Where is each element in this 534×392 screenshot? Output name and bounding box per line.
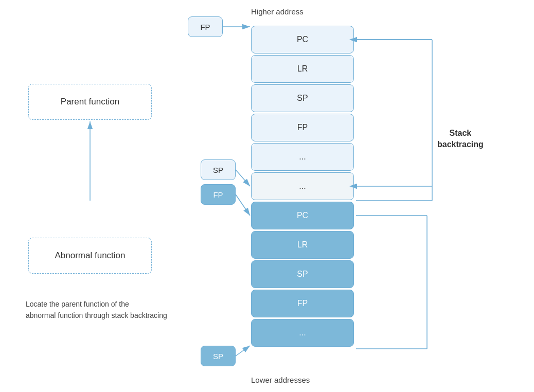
fp-mid-label: FP xyxy=(213,190,223,199)
stack-backtracing-label: Stackbacktracing xyxy=(437,128,484,151)
description-label: Locate the parent function of theabnorma… xyxy=(26,298,167,322)
stack-cell-lr-bottom: LR xyxy=(251,231,354,259)
parent-function-box: Parent function xyxy=(28,84,152,120)
stack-cell-dots-1: ... xyxy=(251,143,354,171)
stack-column: PC LR SP FP ... ... PC LR SP FP ... xyxy=(251,26,354,348)
stack-cell-pc-top: PC xyxy=(251,26,354,54)
stack-cell-fp-top: FP xyxy=(251,114,354,141)
sp-mid-label: SP xyxy=(213,166,223,174)
stack-cell-sp-top: SP xyxy=(251,84,354,112)
svg-line-5 xyxy=(236,346,250,356)
stack-cell-fp-bottom: FP xyxy=(251,290,354,317)
sp-bottom-pointer: SP xyxy=(201,346,236,366)
sp-mid-pointer: SP xyxy=(201,159,236,180)
abnormal-function-label: Abnormal function xyxy=(55,251,125,261)
higher-address-label: Higher address xyxy=(251,7,304,16)
stack-cell-sp-bottom: SP xyxy=(251,260,354,288)
fp-mid-pointer: FP xyxy=(201,184,236,205)
parent-function-label: Parent function xyxy=(61,97,119,107)
fp-top-label: FP xyxy=(200,23,210,31)
diagram-container: PC LR SP FP ... ... PC LR SP FP ... FP S… xyxy=(0,0,534,392)
fp-top-pointer: FP xyxy=(188,16,223,37)
stack-cell-lr-top: LR xyxy=(251,55,354,83)
stack-cell-dots-3: ... xyxy=(251,319,354,347)
svg-line-3 xyxy=(236,170,250,186)
lower-addresses-label: Lower addresses xyxy=(251,376,310,384)
svg-line-4 xyxy=(236,194,250,216)
stack-cell-dots-2: ... xyxy=(251,172,354,200)
sp-bottom-label: SP xyxy=(213,352,223,361)
stack-cell-pc-bottom: PC xyxy=(251,202,354,229)
abnormal-function-box: Abnormal function xyxy=(28,238,152,274)
description-text: Locate the parent function of theabnorma… xyxy=(26,300,167,319)
